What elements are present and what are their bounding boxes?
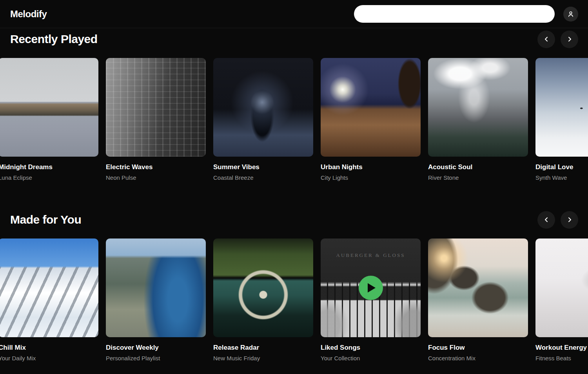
album-art (428, 238, 528, 337)
album-art (106, 238, 206, 337)
playlist-card[interactable]: Midnight Dreams Luna Eclipse (0, 58, 98, 182)
section-header: Recently Played (0, 30, 588, 48)
section-made-for-you: Made for You Chill Mix (0, 211, 588, 363)
chevron-left-icon (543, 217, 550, 223)
card-subtitle: Personalized Playlist (106, 354, 206, 363)
card-title: Electric Waves (106, 163, 206, 172)
card-title: Liked Songs (321, 343, 421, 352)
section-recently-played: Recently Played Midnight Dreams (0, 30, 588, 182)
card-subtitle: Luna Eclipse (0, 173, 98, 182)
carousel-track: Chill Mix Your Daily Mix Discover Weekly… (0, 238, 588, 363)
carousel-prev-button[interactable] (537, 211, 555, 229)
carousel: Midnight Dreams Luna Eclipse Electric Wa… (0, 58, 588, 182)
album-art: AUBERGER & GLOSS (321, 238, 421, 337)
search-input[interactable] (354, 5, 555, 23)
card-subtitle: City Lights (321, 173, 421, 182)
card-subtitle: Synth Wave (535, 173, 588, 182)
playlist-card[interactable]: Chill Mix Your Daily Mix (0, 238, 98, 363)
card-subtitle: Concentration Mix (428, 354, 528, 363)
album-art-text: AUBERGER & GLOSS (321, 252, 421, 258)
content: Recently Played Midnight Dreams (0, 28, 588, 363)
play-button[interactable] (359, 276, 383, 300)
section-title: Made for You (10, 213, 81, 226)
card-title: Chill Mix (0, 343, 98, 352)
playlist-card[interactable]: Focus Flow Concentration Mix (428, 238, 528, 363)
card-title: Summer Vibes (213, 163, 313, 172)
card-title: Focus Flow (428, 343, 528, 352)
card-subtitle: Neon Pulse (106, 173, 206, 182)
app-header: Melodify (0, 0, 588, 28)
album-art (213, 238, 313, 337)
playlist-card[interactable]: AUBERGER & GLOSS Liked Songs Your Collec… (321, 238, 421, 363)
app-logo[interactable]: Melodify (10, 9, 47, 20)
playlist-card[interactable]: Summer Vibes Coastal Breeze (213, 58, 313, 182)
album-art (535, 58, 588, 157)
card-title: Discover Weekly (106, 343, 206, 352)
card-subtitle: Coastal Breeze (213, 173, 313, 182)
card-title: Urban Nights (321, 163, 421, 172)
section-title: Recently Played (10, 33, 98, 46)
album-art (106, 58, 206, 157)
card-title: Digital Love (535, 163, 588, 172)
playlist-card[interactable]: Digital Love Synth Wave (535, 58, 588, 182)
playlist-card[interactable]: Discover Weekly Personalized Playlist (106, 238, 206, 363)
album-art (321, 58, 421, 157)
carousel-nav (537, 211, 578, 229)
chevron-left-icon (543, 36, 550, 42)
carousel-next-button[interactable] (561, 211, 578, 229)
card-subtitle: Your Collection (321, 354, 421, 363)
card-title: Release Radar (213, 343, 313, 352)
card-title: Workout Energy (535, 343, 588, 352)
carousel-prev-button[interactable] (537, 31, 555, 48)
album-art (535, 238, 588, 337)
play-icon (368, 283, 376, 293)
section-header: Made for You (0, 211, 588, 229)
album-art (0, 238, 98, 337)
chevron-right-icon (566, 217, 573, 223)
card-subtitle: River Stone (428, 173, 528, 182)
card-title: Acoustic Soul (428, 163, 528, 172)
profile-button[interactable] (563, 7, 578, 22)
chevron-right-icon (566, 36, 573, 42)
album-art (428, 58, 528, 157)
card-title: Midnight Dreams (0, 163, 98, 172)
album-art (213, 58, 313, 157)
carousel-track: Midnight Dreams Luna Eclipse Electric Wa… (0, 58, 588, 182)
carousel-nav (537, 31, 578, 48)
card-subtitle: Fitness Beats (535, 354, 588, 363)
playlist-card[interactable]: Release Radar New Music Friday (213, 238, 313, 363)
carousel: Chill Mix Your Daily Mix Discover Weekly… (0, 238, 588, 363)
carousel-next-button[interactable] (561, 31, 578, 48)
card-subtitle: New Music Friday (213, 354, 313, 363)
user-icon (567, 10, 575, 18)
playlist-card[interactable]: Workout Energy Fitness Beats (535, 238, 588, 363)
playlist-card[interactable]: Electric Waves Neon Pulse (106, 58, 206, 182)
card-subtitle: Your Daily Mix (0, 354, 98, 363)
playlist-card[interactable]: Acoustic Soul River Stone (428, 58, 528, 182)
album-art (0, 58, 98, 157)
playlist-card[interactable]: Urban Nights City Lights (321, 58, 421, 182)
